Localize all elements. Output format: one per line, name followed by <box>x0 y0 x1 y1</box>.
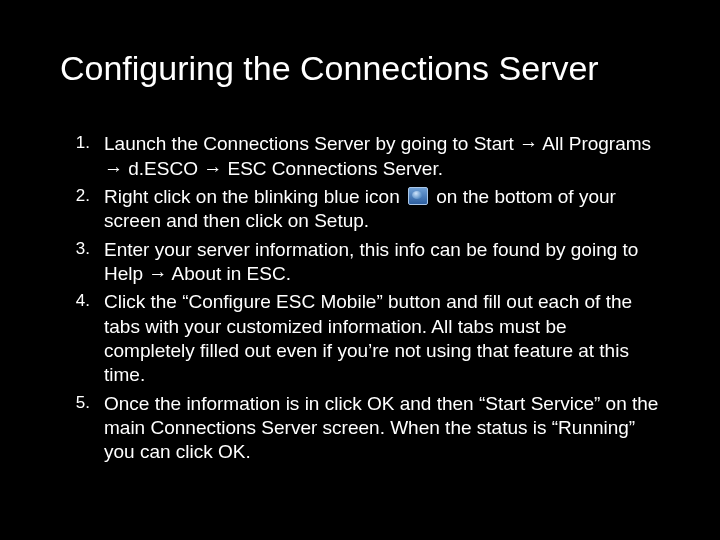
item-number: 4. <box>60 290 104 312</box>
item-number: 1. <box>60 132 104 154</box>
list-item: 4. Click the “Configure ESC Mobile” butt… <box>60 290 660 387</box>
item-number: 5. <box>60 392 104 414</box>
item-text: Click the “Configure ESC Mobile” button … <box>104 290 660 387</box>
slide-title: Configuring the Connections Server <box>60 50 660 87</box>
item-number: 3. <box>60 238 104 260</box>
item-text: Right click on the blinking blue icon on… <box>104 185 660 234</box>
instruction-list: 1. Launch the Connections Server by goin… <box>60 132 660 464</box>
list-item: 2. Right click on the blinking blue icon… <box>60 185 660 234</box>
item-text: Once the information is in click OK and … <box>104 392 660 465</box>
list-item: 5. Once the information is in click OK a… <box>60 392 660 465</box>
item-text: Enter your server information, this info… <box>104 238 660 287</box>
item-text: Launch the Connections Server by going t… <box>104 132 660 181</box>
list-item: 1. Launch the Connections Server by goin… <box>60 132 660 181</box>
slide: Configuring the Connections Server 1. La… <box>0 0 720 540</box>
item-text-pre: Right click on the blinking blue icon <box>104 186 405 207</box>
list-item: 3. Enter your server information, this i… <box>60 238 660 287</box>
connections-tray-icon <box>408 187 428 205</box>
item-number: 2. <box>60 185 104 207</box>
